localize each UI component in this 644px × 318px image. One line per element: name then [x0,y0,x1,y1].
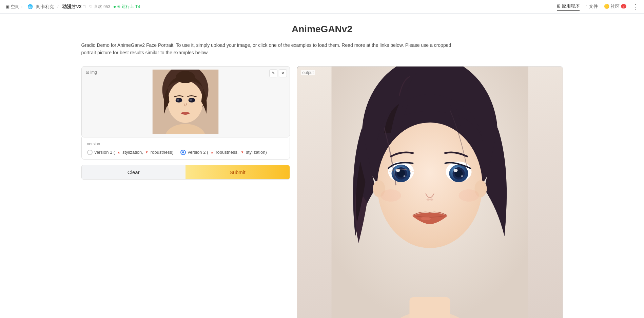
heart-icon: ♡ [89,4,93,9]
version2-radio[interactable] [180,150,186,155]
clear-button[interactable]: Clear [82,165,186,179]
submit-button[interactable]: Submit [186,165,290,179]
page-description: Gradio Demo for AnimeGanv2 Face Portrait… [81,41,454,57]
like-label: 喜欢 [94,4,102,10]
like-count: 953 [103,4,110,9]
version1-option[interactable]: version 1 ( ▲ stylization, ▼ robustness) [87,150,174,155]
portrait-container [153,70,219,134]
svg-point-21 [403,175,405,177]
close-image-button[interactable]: ✕ [279,69,287,77]
running-platform: T4 [135,4,140,9]
svg-point-32 [458,189,479,202]
app-name-area: 动漫甘v2 □ [62,4,85,10]
v1-stylization: stylization, [122,150,143,155]
nav-community[interactable]: 🟡 社区 7 [604,3,626,10]
version1-radio[interactable] [87,150,93,155]
file-nav-icon: ↑ [586,4,588,9]
space-label: ▣ 空间： [5,4,24,10]
version-label-text: version [87,142,284,146]
file-nav-label: 文件 [589,3,598,10]
v2-up-icon: ▲ [210,150,214,154]
community-label: 社区 [611,3,620,10]
output-label-text: output [301,70,315,75]
img-icon: ⊡ [86,70,89,75]
nav-file[interactable]: ↑ 文件 [586,3,598,10]
version2-option[interactable]: version 2 ( ▲ robustness, ▼ stylization) [180,150,267,155]
running-dot [114,6,116,8]
page-title: AnimeGANv2 [81,24,563,35]
svg-point-4 [176,71,195,83]
running-icon: ✳ [117,4,120,9]
v1-down-icon: ▼ [145,150,149,154]
community-badge: 7 [621,4,626,8]
action-buttons: Clear Submit [81,165,290,180]
version-options: version 1 ( ▲ stylization, ▼ robustness)… [87,150,284,155]
app-nav-icon: ⊞ [557,3,561,8]
v1-robustness: robustness) [151,150,174,155]
svg-point-7 [177,99,179,101]
svg-point-29 [430,199,433,201]
v2-stylization: stylization) [246,150,267,155]
left-panel: ⊡ img ✎ ✕ [81,66,290,180]
svg-point-30 [421,217,431,220]
space-text: 空间： [11,4,24,10]
anime-face-svg [297,67,563,318]
topbar-left: ▣ 空间： 🌐 阿卡利克 / 动漫甘v2 □ ♡ 喜欢 953 ✳ 运行上 T4 [5,4,140,10]
like-area[interactable]: ♡ 喜欢 953 [89,4,110,10]
svg-point-28 [426,199,430,201]
output-panel: output [297,66,563,318]
version1-label: version 1 ( [95,150,115,155]
user-icon: 🌐 [27,4,33,9]
app-copy-icon[interactable]: □ [83,4,85,9]
svg-point-13 [377,123,482,248]
nav-app[interactable]: ⊞ 应用程序 [557,3,580,11]
separator: / [57,4,59,9]
version-section: version version 1 ( ▲ stylization, ▼ rob… [81,137,290,160]
topbar: ▣ 空间： 🌐 阿卡利克 / 动漫甘v2 □ ♡ 喜欢 953 ✳ 运行上 T4… [0,0,644,14]
svg-point-26 [453,169,457,172]
svg-point-31 [380,189,401,202]
upload-label: ⊡ img [86,70,97,75]
more-button[interactable]: ⋮ [632,3,639,11]
v2-down-icon: ▼ [240,150,244,154]
svg-point-8 [190,99,192,101]
app-nav-label: 应用程序 [562,3,580,9]
user-name[interactable]: 阿卡利克 [36,4,54,10]
running-badge: ✳ 运行上 T4 [114,4,140,10]
running-label: 运行上 [122,4,134,10]
svg-point-3 [168,81,203,123]
v2-robustness: robustness, [216,150,238,155]
main-content: AnimeGANv2 Gradio Demo for AnimeGanv2 Fa… [68,14,577,318]
two-column-layout: ⊡ img ✎ ✕ [81,66,563,318]
v1-up-icon: ▲ [117,150,120,154]
svg-rect-11 [409,297,450,318]
app-name-text[interactable]: 动漫甘v2 [62,4,82,10]
svg-point-27 [461,175,463,177]
img-label-text: img [91,70,97,75]
version2-label: version 2 ( [188,150,209,155]
edit-image-button[interactable]: ✎ [269,69,277,77]
community-icon: 🟡 [604,4,609,9]
portrait-svg [153,70,219,134]
topbar-right: ⊞ 应用程序 ↑ 文件 🟡 社区 7 ⋮ [557,3,639,11]
anime-output-image [297,67,563,318]
image-upload-area[interactable]: ⊡ img ✎ ✕ [81,66,290,137]
space-icon: ▣ [5,4,9,9]
